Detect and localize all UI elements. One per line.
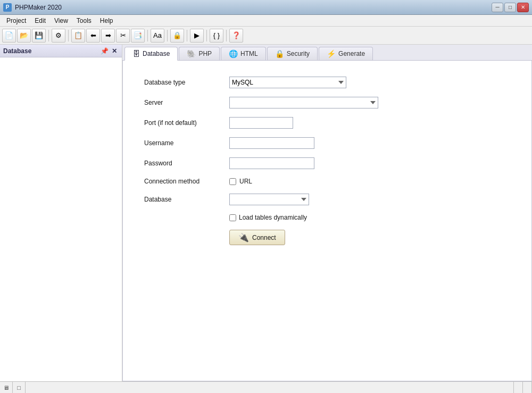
connect-button[interactable]: 🔌 Connect — [229, 230, 285, 245]
menu-edit[interactable]: Edit — [30, 16, 50, 26]
menu-project[interactable]: Project — [2, 16, 30, 26]
form-area: Database type MySQL PostgreSQL SQLite MS… — [123, 61, 531, 261]
database-select[interactable] — [229, 194, 309, 205]
status-seg-3 — [26, 382, 514, 393]
tab-html[interactable]: 🌐 HTML — [221, 47, 266, 60]
menu-view[interactable]: View — [50, 16, 72, 26]
toolbar-cut[interactable]: ✂ — [116, 29, 130, 43]
status-seg-2: □ — [13, 382, 26, 393]
tab-generate[interactable]: ⚡ Generate — [319, 47, 373, 60]
username-input[interactable] — [229, 137, 314, 149]
password-input[interactable] — [229, 157, 314, 169]
menu-tools[interactable]: Tools — [72, 16, 96, 26]
database-label: Database — [144, 196, 229, 203]
toolbar-save[interactable]: 💾 — [32, 29, 46, 43]
url-checkbox[interactable] — [229, 178, 236, 185]
minimize-button[interactable]: ─ — [492, 3, 503, 12]
port-control — [229, 117, 293, 129]
panel-icons: 📌 ✕ — [100, 47, 119, 55]
toolbar-sep-1 — [48, 30, 49, 41]
toolbar-sep-4 — [167, 30, 168, 41]
tab-generate-label: Generate — [338, 50, 365, 57]
database-row: Database — [144, 194, 510, 205]
toolbar-copy[interactable]: 📑 — [131, 29, 145, 43]
toolbar-sep-2 — [68, 30, 69, 41]
left-panel: Database 📌 ✕ — [0, 45, 122, 381]
title-bar: P PHPMaker 2020 ─ □ ✕ — [0, 0, 532, 15]
tab-database[interactable]: 🗄 Database — [124, 47, 178, 61]
toolbar-new[interactable]: 📄 — [2, 29, 16, 43]
status-seg-4 — [514, 382, 523, 393]
tab-bar: 🗄 Database 🐘 PHP 🌐 HTML 🔒 Security ⚡ Gen… — [122, 45, 532, 61]
maximize-button[interactable]: □ — [504, 3, 516, 12]
toolbar: 📄 📂 💾 ⚙ 📋 ⬅ ➡ ✂ 📑 Aa 🔒 ▶ { } ❓ — [0, 27, 532, 45]
connection-method-control: URL — [229, 178, 252, 185]
tab-php[interactable]: 🐘 PHP — [179, 47, 220, 60]
database-tab-icon: 🗄 — [132, 49, 140, 58]
toolbar-sep-7 — [226, 30, 227, 41]
load-tables-label: Load tables dynamically — [239, 214, 307, 221]
toolbar-run[interactable]: ▶ — [190, 29, 204, 43]
port-label: Port (if not default) — [144, 119, 229, 127]
connection-method-label: Connection method — [144, 178, 229, 185]
server-label: Server — [144, 99, 229, 106]
tab-php-label: PHP — [198, 50, 212, 57]
port-row: Port (if not default) — [144, 117, 510, 129]
panel-title: Database — [3, 47, 31, 55]
connect-icon: 🔌 — [238, 232, 249, 243]
status-seg-5 — [523, 382, 532, 393]
password-control — [229, 157, 314, 169]
load-tables-checkbox[interactable] — [229, 214, 236, 221]
panel-content — [0, 57, 122, 381]
panel-pin-icon[interactable]: 📌 — [100, 47, 109, 55]
toolbar-lock[interactable]: 🔒 — [170, 29, 184, 43]
server-select[interactable] — [229, 97, 378, 108]
connect-label: Connect — [252, 234, 276, 241]
toolbar-tables[interactable]: 📋 — [71, 29, 85, 43]
database-type-control: MySQL PostgreSQL SQLite MSSQL Oracle — [229, 77, 346, 88]
generate-tab-icon: ⚡ — [327, 49, 336, 58]
database-type-row: Database type MySQL PostgreSQL SQLite MS… — [144, 77, 510, 88]
app-icon: P — [3, 3, 12, 12]
menu-bar: Project Edit View Tools Help — [0, 15, 532, 27]
security-tab-icon: 🔒 — [275, 49, 284, 58]
toolbar-aa[interactable]: Aa — [151, 29, 164, 43]
toolbar-sep-5 — [187, 30, 187, 41]
toolbar-forward[interactable]: ➡ — [101, 29, 115, 43]
load-tables-row: Load tables dynamically — [144, 214, 510, 221]
password-row: Password — [144, 157, 510, 169]
connection-method-row: Connection method URL — [144, 178, 510, 185]
panel-close-icon[interactable]: ✕ — [110, 47, 119, 55]
toolbar-back[interactable]: ⬅ — [86, 29, 100, 43]
html-tab-icon: 🌐 — [229, 49, 238, 58]
toolbar-open[interactable]: 📂 — [17, 29, 31, 43]
php-tab-icon: 🐘 — [187, 49, 196, 58]
database-type-label: Database type — [144, 79, 229, 86]
password-label: Password — [144, 160, 229, 167]
title-bar-left: P PHPMaker 2020 — [3, 3, 62, 12]
username-row: Username — [144, 137, 510, 149]
window-title: PHPMaker 2020 — [15, 4, 62, 11]
connect-button-row: 🔌 Connect — [144, 230, 510, 245]
menu-help[interactable]: Help — [96, 16, 118, 26]
tab-security[interactable]: 🔒 Security — [267, 47, 318, 60]
tab-database-label: Database — [143, 50, 170, 57]
url-label: URL — [239, 178, 252, 185]
window-controls: ─ □ ✕ — [492, 3, 529, 12]
database-control — [229, 194, 309, 205]
toolbar-settings[interactable]: ⚙ — [52, 29, 65, 43]
database-type-select[interactable]: MySQL PostgreSQL SQLite MSSQL Oracle — [229, 77, 346, 88]
toolbar-code[interactable]: { } — [210, 29, 223, 43]
right-panel: 🗄 Database 🐘 PHP 🌐 HTML 🔒 Security ⚡ Gen… — [122, 45, 532, 381]
panel-header: Database 📌 ✕ — [0, 45, 122, 57]
tab-html-label: HTML — [240, 50, 258, 57]
toolbar-sep-6 — [206, 30, 207, 41]
username-control — [229, 137, 314, 149]
toolbar-help[interactable]: ❓ — [229, 29, 243, 43]
server-control — [229, 97, 378, 108]
close-button[interactable]: ✕ — [517, 3, 529, 12]
status-bar: 🖥 □ — [0, 381, 532, 393]
status-seg-1: 🖥 — [0, 382, 13, 393]
server-row: Server — [144, 97, 510, 108]
port-input[interactable] — [229, 117, 293, 129]
